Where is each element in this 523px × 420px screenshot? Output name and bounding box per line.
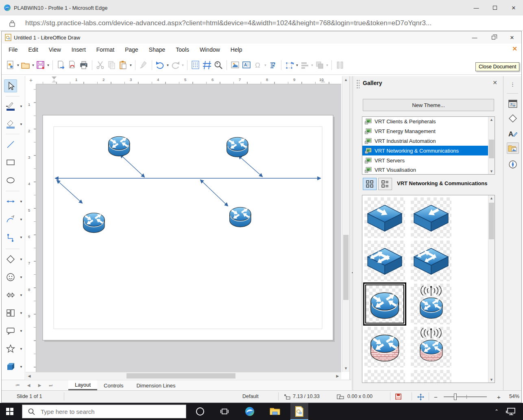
gallery-item-switch-downlink[interactable] — [364, 197, 405, 238]
sidebar-tab-shapes[interactable] — [507, 113, 519, 124]
router-shape[interactable] — [230, 207, 251, 227]
hscroll-thumb[interactable] — [126, 373, 235, 378]
block-arrows-button[interactable] — [4, 289, 17, 302]
zoom-in-button[interactable]: + — [497, 394, 501, 400]
new-dropdown-caret[interactable]: ▼ — [16, 63, 20, 67]
menu-shape[interactable]: Shape — [144, 45, 170, 55]
rectangle-button[interactable] — [4, 156, 17, 169]
ellipse-button[interactable] — [4, 174, 17, 187]
connectors-button[interactable] — [4, 231, 17, 244]
gallery-item-switch-uplink[interactable] — [411, 197, 451, 238]
gallery-scrollbar[interactable]: ▲ ▼ — [488, 195, 495, 383]
theme-item[interactable]: VRT Energy Management — [362, 127, 488, 136]
zoom-percent[interactable]: 54% — [509, 394, 519, 399]
layer-tab-layout[interactable]: Layout — [68, 380, 97, 390]
menu-help[interactable]: Help — [225, 45, 248, 55]
detailed-view-button[interactable] — [378, 178, 392, 190]
menu-edit[interactable]: Edit — [23, 45, 44, 55]
basic-shapes-button[interactable] — [4, 253, 17, 266]
close-document-button[interactable]: ✕ — [512, 45, 517, 52]
open-dropdown-caret[interactable]: ▼ — [31, 63, 35, 67]
last-page-button[interactable]: ⏭ — [45, 383, 56, 388]
menu-page[interactable]: Page — [120, 45, 144, 55]
gallery-scroll-thumb[interactable] — [489, 203, 494, 239]
edge-url-bar[interactable]: https://stg.practice-labs.com/device-adv… — [0, 15, 523, 31]
3d-objects-caret[interactable]: ▼ — [20, 365, 23, 369]
print-icon[interactable] — [78, 60, 89, 70]
save-dropdown-caret[interactable]: ▼ — [46, 63, 50, 67]
sidebar-splitter[interactable] — [349, 76, 353, 390]
new-theme-button[interactable]: New Theme... — [363, 99, 494, 111]
scroll-up-arrow[interactable]: ▲ — [488, 196, 495, 201]
search-input[interactable] — [40, 408, 162, 416]
gallery-item-switch-multilink[interactable] — [364, 241, 405, 281]
callouts-caret[interactable]: ▼ — [20, 329, 23, 333]
horizontal-ruler[interactable]: 1 2 3 4 5 6 7 8 9 10 — [36, 76, 341, 84]
router-shape[interactable] — [227, 137, 248, 157]
icon-view-button[interactable] — [363, 178, 377, 190]
gallery-item-switch-multilink-alt[interactable] — [411, 241, 451, 281]
next-page-button[interactable]: ▶ — [34, 383, 45, 387]
curves-polygons-button[interactable] — [4, 213, 17, 226]
menu-tools[interactable]: Tools — [170, 45, 194, 55]
sidebar-tab-navigator[interactable] — [507, 159, 519, 170]
flowchart-caret[interactable]: ▼ — [20, 311, 23, 315]
curves-caret[interactable]: ▼ — [20, 218, 23, 221]
export-pdf-icon[interactable] — [67, 60, 78, 70]
task-view-button[interactable] — [216, 403, 233, 420]
url-text[interactable]: https://stg.practice-labs.com/device-adv… — [25, 19, 431, 27]
fit-slide-icon[interactable] — [417, 394, 424, 400]
insert-image-icon[interactable] — [230, 60, 240, 70]
3d-objects-button[interactable] — [4, 360, 17, 373]
vscroll-thumb[interactable] — [343, 235, 349, 300]
theme-item-selected[interactable]: VRT Networking & Communications — [362, 146, 488, 155]
menu-format[interactable]: Format — [91, 45, 120, 55]
basic-shapes-caret[interactable]: ▼ — [20, 258, 23, 261]
first-page-button[interactable]: ⏮ — [12, 383, 23, 388]
symbol-shapes-button[interactable] — [4, 271, 17, 284]
display-grid-icon[interactable] — [190, 60, 201, 70]
gallery-item-switch-partial[interactable] — [364, 370, 405, 383]
scroll-down-arrow[interactable]: ▼ — [488, 377, 495, 382]
layer-tab-dimension-lines[interactable]: Dimension Lines — [130, 380, 182, 390]
gallery-item-wireless-partial[interactable] — [411, 370, 451, 383]
save-icon[interactable] — [35, 60, 46, 70]
insert-line-button[interactable] — [4, 138, 17, 151]
page-style[interactable]: Default — [242, 394, 259, 399]
gallery-item-router-firewall[interactable] — [364, 327, 405, 368]
sidebar-tab-properties[interactable] — [507, 98, 519, 109]
symbol-shapes-caret[interactable]: ▼ — [20, 276, 23, 279]
flowchart-button[interactable] — [4, 306, 17, 319]
stars-caret[interactable]: ▼ — [20, 347, 23, 351]
export-icon[interactable] — [56, 60, 66, 70]
scroll-down-arrow[interactable]: ▼ — [488, 169, 495, 174]
open-icon[interactable] — [20, 60, 31, 70]
undo-dropdown-caret[interactable]: ▼ — [166, 63, 170, 67]
sidebar-tab-styles[interactable]: A — [507, 128, 519, 140]
rotate-dropdown-caret[interactable]: ▼ — [295, 63, 299, 67]
new-document-icon[interactable] — [5, 60, 16, 70]
vertical-scrollbar[interactable]: ▲ ▼ — [342, 76, 349, 372]
gallery-item-wireless-router[interactable] — [411, 284, 451, 324]
scroll-left-arrow[interactable]: ◀ — [26, 372, 32, 379]
panel-grip-icon[interactable] — [356, 79, 360, 88]
line-color-button[interactable] — [4, 100, 17, 113]
start-button[interactable] — [0, 403, 20, 420]
fontwork-icon[interactable]: F — [268, 60, 278, 70]
left-indent-marker[interactable] — [52, 77, 57, 79]
edge-minimize-button[interactable]: — — [467, 0, 486, 15]
lo-minimize-button[interactable]: — — [465, 31, 484, 44]
sidebar-tab-gallery[interactable] — [507, 142, 519, 154]
gallery-close-icon[interactable]: ✕ — [492, 79, 497, 86]
zoom-slider-thumb[interactable] — [454, 394, 457, 400]
edge-close-button[interactable]: ✕ — [504, 0, 523, 15]
left-margin-marker[interactable] — [52, 80, 57, 83]
layer-tab-controls[interactable]: Controls — [97, 380, 130, 390]
router-shape[interactable] — [83, 212, 105, 233]
unsaved-changes-icon[interactable] — [395, 394, 402, 400]
line-color-caret[interactable]: ▼ — [20, 105, 23, 108]
gallery-item-wireless-router-firewall[interactable] — [411, 327, 451, 368]
theme-item[interactable]: VRT Clients & Peripherals — [362, 117, 488, 127]
zoom-icon[interactable] — [213, 60, 224, 70]
lo-close-button[interactable]: ✕ — [503, 31, 521, 44]
